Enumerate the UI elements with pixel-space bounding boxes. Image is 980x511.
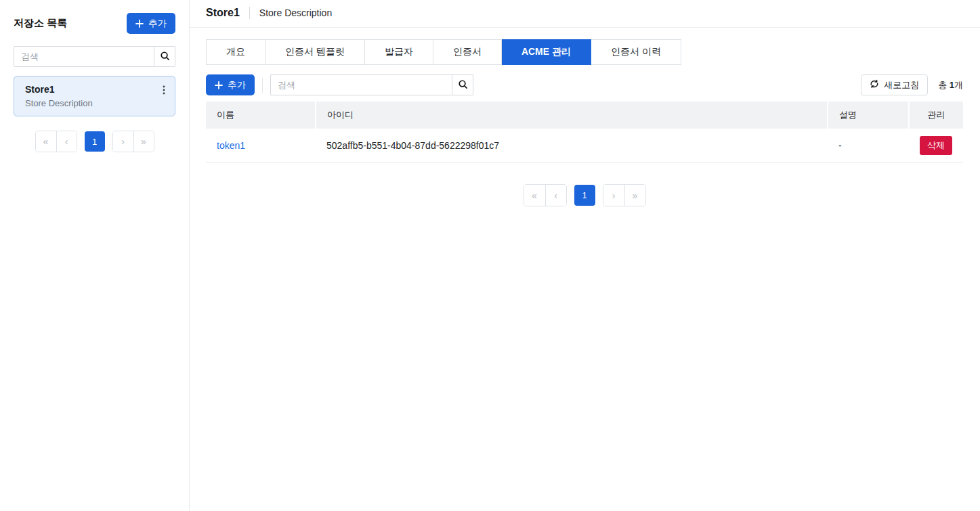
prev-page-button[interactable]: ‹ — [545, 185, 566, 206]
last-page-button[interactable]: » — [133, 131, 154, 152]
tab-cert-history[interactable]: 인증서 이력 — [591, 39, 681, 65]
main-panel: Store1 Store Description 개요 인증서 템플릿 발급자 … — [190, 0, 980, 511]
page-subtitle: Store Description — [259, 7, 332, 18]
table-row: token1 502affb5-b551-4b04-87dd-5622298f0… — [206, 129, 963, 163]
token-table: 이름 아이디 설명 관리 token1 502affb5-b551-4b04-8… — [206, 102, 963, 163]
table-header-row: 이름 아이디 설명 관리 — [206, 102, 963, 129]
sidebar-pagination-prev-group: « ‹ — [35, 131, 77, 152]
token-description: - — [828, 129, 909, 163]
column-header-actions: 관리 — [909, 102, 963, 129]
token-id: 502affb5-b551-4b04-87dd-5622298f01c7 — [316, 129, 828, 163]
tab-overview[interactable]: 개요 — [206, 39, 265, 65]
token-search-button[interactable] — [452, 74, 473, 95]
prev-page-button[interactable]: ‹ — [56, 131, 77, 152]
search-icon — [458, 79, 468, 91]
sidebar-search-button[interactable] — [154, 46, 175, 67]
add-token-button[interactable]: 추가 — [206, 74, 255, 95]
main-header: Store1 Store Description — [190, 0, 980, 28]
table-pagination-prev-group: « ‹ — [524, 184, 567, 206]
add-store-button[interactable]: 추가 — [127, 13, 175, 34]
tab-cert-template[interactable]: 인증서 템플릿 — [265, 39, 365, 65]
store-card[interactable]: Store1 Store Description — [14, 76, 175, 116]
store-name: Store1 — [25, 84, 93, 95]
current-page-button[interactable]: 1 — [574, 185, 595, 206]
plus-icon — [215, 81, 223, 89]
toolbar: 추가 — [206, 74, 963, 95]
tab-issuer[interactable]: 발급자 — [365, 39, 433, 65]
total-count-number: 1 — [950, 80, 954, 90]
first-page-button[interactable]: « — [36, 131, 56, 152]
total-count: 총 1개 — [938, 79, 963, 91]
sidebar-title: 저장소 목록 — [14, 17, 67, 30]
delete-button[interactable]: 삭제 — [920, 136, 952, 155]
store-card-text: Store1 Store Description — [25, 84, 93, 108]
token-search-input[interactable] — [270, 74, 452, 95]
tab-acme[interactable]: ACME 관리 — [502, 39, 591, 65]
token-name-link[interactable]: token1 — [217, 140, 245, 151]
store-list: Store1 Store Description — [14, 76, 175, 116]
search-icon — [160, 51, 170, 63]
refresh-icon — [870, 79, 879, 91]
token-search — [270, 74, 473, 95]
kebab-menu-icon — [163, 87, 165, 97]
tab-certificate[interactable]: 인증서 — [433, 39, 502, 65]
toolbar-divider — [262, 78, 263, 93]
store-description: Store Description — [25, 98, 93, 108]
plus-icon — [135, 20, 144, 28]
table-pagination: « ‹ 1 › » — [206, 184, 963, 206]
sidebar-header: 저장소 목록 추가 — [14, 13, 175, 34]
table-pagination-next-group: › » — [603, 184, 646, 206]
column-header-description: 설명 — [828, 102, 909, 129]
sidebar-search — [14, 46, 175, 67]
current-page-button[interactable]: 1 — [85, 131, 105, 152]
refresh-button[interactable]: 새로고침 — [861, 74, 928, 95]
sidebar-pagination-next-group: › » — [112, 131, 154, 152]
sidebar: 저장소 목록 추가 Store1 Store Description — [0, 0, 190, 511]
tab-bar: 개요 인증서 템플릿 발급자 인증서 ACME 관리 인증서 이력 — [206, 39, 963, 65]
column-header-name: 이름 — [206, 102, 316, 129]
header-divider — [249, 7, 250, 19]
sidebar-pagination: « ‹ 1 › » — [14, 131, 175, 152]
main-content: 개요 인증서 템플릿 발급자 인증서 ACME 관리 인증서 이력 추가 — [190, 28, 980, 206]
refresh-label: 새로고침 — [884, 79, 919, 91]
add-store-label: 추가 — [148, 18, 167, 30]
toolbar-right: 새로고침 총 1개 — [861, 74, 963, 95]
add-token-label: 추가 — [228, 79, 246, 91]
first-page-button[interactable]: « — [524, 185, 545, 206]
column-header-id: 아이디 — [316, 102, 828, 129]
next-page-button[interactable]: › — [113, 131, 133, 152]
sidebar-search-input[interactable] — [14, 46, 154, 67]
store-menu-button[interactable] — [157, 84, 171, 98]
last-page-button[interactable]: » — [624, 185, 645, 206]
page-title: Store1 — [206, 7, 240, 19]
next-page-button[interactable]: › — [603, 185, 624, 206]
app-container: 저장소 목록 추가 Store1 Store Description — [0, 0, 980, 511]
